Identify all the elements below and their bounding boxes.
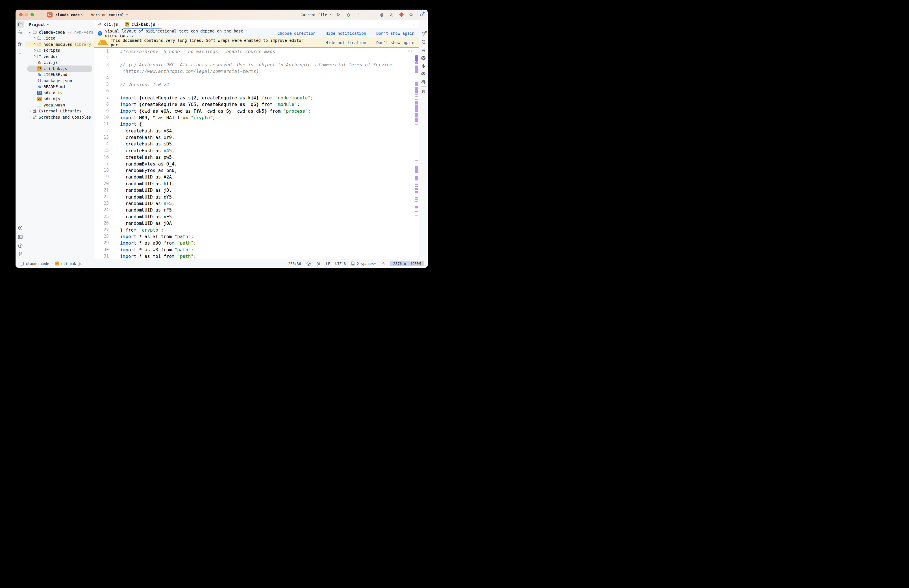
code-line[interactable]: 24 randomUUID as rF5, bbox=[94, 207, 415, 213]
line-number[interactable] bbox=[94, 68, 111, 74]
m-plugin-icon[interactable]: M bbox=[422, 89, 425, 94]
line-number[interactable]: 22 bbox=[94, 194, 111, 200]
code-text[interactable]: import * as w3 from "path"; bbox=[111, 247, 194, 253]
vcs-change-marker[interactable] bbox=[415, 176, 418, 178]
tree-item-yoga-wasm[interactable]: yoga.wasm bbox=[25, 102, 94, 108]
run-configuration-selector[interactable]: Current File bbox=[300, 13, 331, 17]
close-tab-icon[interactable]: × bbox=[158, 22, 160, 27]
line-number[interactable]: 13 bbox=[94, 134, 111, 141]
robot-plugin-icon[interactable] bbox=[421, 71, 426, 78]
code-text[interactable]: // (c) Anthropic PBC. All rights reserve… bbox=[111, 61, 392, 68]
vcs-change-marker[interactable] bbox=[415, 191, 418, 192]
debug-icon[interactable] bbox=[346, 12, 351, 17]
project-panel-header[interactable]: Project bbox=[25, 20, 94, 29]
code-text[interactable]: import {createRequire as sj2, createRequ… bbox=[111, 95, 313, 101]
code-line[interactable]: 14 createHash as $D5, bbox=[94, 141, 415, 147]
settings-icon[interactable]: ⚙ bbox=[419, 12, 424, 17]
line-number[interactable]: 8 bbox=[94, 101, 111, 108]
code-text[interactable]: randomUUID as ht1, bbox=[111, 181, 174, 187]
code-line[interactable]: 20 randomUUID as ht1, bbox=[94, 181, 415, 187]
services-icon[interactable] bbox=[18, 225, 23, 232]
run-icon[interactable] bbox=[336, 12, 341, 17]
vcs-change-marker[interactable] bbox=[415, 62, 418, 63]
vcs-change-marker[interactable] bbox=[415, 166, 418, 173]
vcs-change-marker[interactable] bbox=[415, 82, 418, 86]
search-icon[interactable] bbox=[409, 12, 414, 17]
git-branch-icon[interactable] bbox=[18, 252, 23, 258]
code-line[interactable]: 1#!/usr/bin/env -S node --no-warnings --… bbox=[94, 48, 415, 55]
code-line[interactable]: (https://www.anthropic.com/legal/commerc… bbox=[94, 68, 415, 74]
writable-lock-icon[interactable] bbox=[381, 261, 385, 266]
code-line[interactable]: 28import * as Sl from "path"; bbox=[94, 233, 415, 240]
vcs-change-marker[interactable] bbox=[415, 174, 418, 174]
vcs-change-marker[interactable] bbox=[415, 211, 418, 212]
vcs-change-marker[interactable] bbox=[415, 118, 418, 122]
chevron-right-icon[interactable] bbox=[27, 116, 32, 118]
vcs-change-marker[interactable] bbox=[415, 63, 418, 64]
code-line[interactable]: 10import MK9, * as HA1 from "crypto"; bbox=[94, 115, 415, 121]
vcs-change-marker[interactable] bbox=[415, 87, 418, 90]
zoom-window-button[interactable] bbox=[31, 13, 34, 16]
code-text[interactable]: randomBytes as O_4, bbox=[111, 161, 177, 167]
code-text[interactable]: createHash as n45, bbox=[111, 147, 174, 154]
tab-options-icon[interactable]: ⋮ bbox=[412, 22, 416, 27]
chevron-right-icon[interactable] bbox=[27, 110, 32, 112]
dont-show-again-link[interactable]: Don't show again bbox=[376, 40, 414, 45]
no-inspection-icon[interactable] bbox=[316, 261, 321, 266]
dont-show-again-link[interactable]: Don't show again bbox=[376, 31, 414, 36]
code-editor[interactable]: 1#!/usr/bin/env -S node --no-warnings --… bbox=[94, 48, 419, 259]
tab-cli-bak-js[interactable]: JS cli-bak.js × bbox=[122, 20, 163, 29]
close-window-button[interactable] bbox=[19, 13, 23, 16]
chevron-right-icon[interactable] bbox=[32, 55, 37, 58]
ai-assistant-icon[interactable] bbox=[421, 40, 426, 46]
line-number[interactable]: 11 bbox=[94, 121, 111, 128]
line-number[interactable]: 26 bbox=[94, 220, 111, 226]
code-line[interactable]: 4 bbox=[94, 75, 415, 81]
tree-item-sdk-mjs[interactable]: JSsdk.mjs bbox=[25, 96, 94, 102]
code-text[interactable]: import * as mo1 from "path"; bbox=[111, 253, 196, 259]
vcs-change-marker[interactable] bbox=[415, 99, 418, 100]
line-number[interactable]: 20 bbox=[94, 181, 111, 187]
vcs-change-marker[interactable] bbox=[415, 197, 418, 198]
line-number[interactable]: 1 bbox=[94, 48, 111, 55]
vcs-change-marker[interactable] bbox=[415, 66, 418, 73]
vcs-change-marker[interactable] bbox=[415, 111, 418, 112]
vcs-change-marker[interactable] bbox=[415, 199, 418, 199]
tree-item-external-libraries[interactable]: External Libraries bbox=[25, 108, 94, 115]
tab-cli-js[interactable]: 10OJS cli.js bbox=[95, 20, 121, 29]
tree-item-package-json[interactable]: {}package.json bbox=[25, 78, 94, 84]
vcs-change-marker[interactable] bbox=[415, 94, 418, 95]
code-line[interactable]: 7import {createRequire as sj2, createReq… bbox=[94, 95, 415, 101]
line-number[interactable]: 31 bbox=[94, 253, 111, 259]
line-ending-indicator[interactable]: LF bbox=[326, 262, 330, 266]
scrollbar-error-stripe[interactable] bbox=[415, 48, 419, 259]
code-text[interactable]: import { bbox=[111, 121, 142, 128]
code-line[interactable]: 8import {createRequire as YQ5, createReq… bbox=[94, 101, 415, 108]
project-folder-icon[interactable] bbox=[17, 21, 24, 28]
vcs-change-marker[interactable] bbox=[415, 164, 418, 164]
code-text[interactable]: randomBytes as bn0, bbox=[111, 167, 177, 174]
database-icon[interactable] bbox=[421, 47, 426, 54]
hide-notification-link[interactable]: Hide notification bbox=[326, 31, 366, 36]
structure-icon[interactable] bbox=[18, 42, 23, 48]
code-text[interactable]: #!/usr/bin/env -S node --no-warnings --e… bbox=[111, 48, 275, 55]
choose-direction-link[interactable]: Choose direction bbox=[278, 31, 315, 36]
vcs-change-marker[interactable] bbox=[415, 91, 418, 94]
code-line[interactable]: 11import { bbox=[94, 121, 415, 128]
line-number[interactable]: 7 bbox=[94, 95, 111, 101]
line-number[interactable]: 17 bbox=[94, 161, 111, 167]
terminal-icon[interactable] bbox=[18, 235, 23, 241]
line-number[interactable]: 2 bbox=[94, 55, 111, 61]
code-text[interactable] bbox=[111, 55, 120, 61]
code-line[interactable]: 9import {cwd as e0A, cwd as FfA, cwd as … bbox=[94, 108, 415, 115]
tree-item-scripts[interactable]: scripts bbox=[25, 47, 94, 54]
code-line[interactable]: 5// Version: 1.0.24 bbox=[94, 81, 415, 88]
more-toolwindows-icon[interactable]: ⋯ bbox=[19, 50, 21, 56]
code-line[interactable]: 17 randomBytes as O_4, bbox=[94, 161, 415, 167]
code-text[interactable]: import {createRequire as YQ5, createRequ… bbox=[111, 101, 300, 108]
code-text[interactable]: randomUUID as pY5, bbox=[111, 194, 174, 200]
code-line[interactable]: 2 bbox=[94, 55, 415, 61]
code-line[interactable]: 22 randomUUID as pY5, bbox=[94, 194, 415, 200]
tree-item-cli-js[interactable]: 10OJScli.js bbox=[25, 60, 94, 66]
code-text[interactable]: randomUUID as nF5, bbox=[111, 200, 174, 207]
